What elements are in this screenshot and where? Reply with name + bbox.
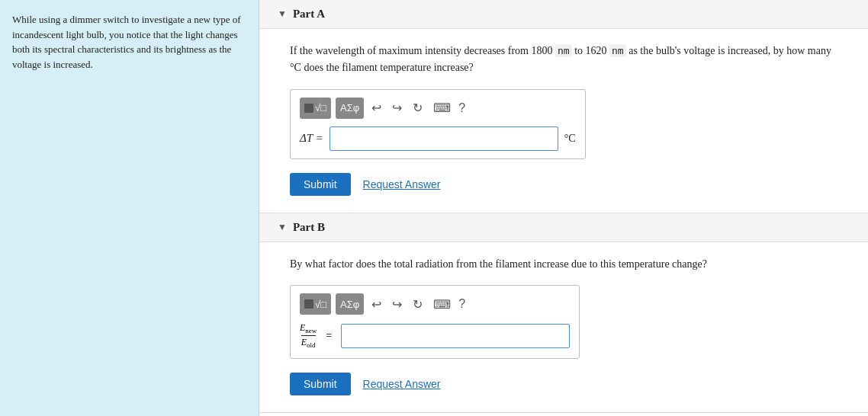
part-a-request-answer-btn[interactable]: Request Answer bbox=[363, 178, 441, 190]
part-b-fraction-btn[interactable]: √□ bbox=[300, 293, 331, 315]
part-a-header[interactable]: ▼ Part A bbox=[259, 0, 868, 29]
part-b-equals: = bbox=[326, 330, 332, 342]
fraction-denominator: Eold bbox=[301, 335, 316, 350]
part-a-greek-btn[interactable]: ΑΣφ bbox=[336, 98, 364, 119]
square-icon bbox=[304, 104, 313, 113]
square-icon-b bbox=[304, 299, 313, 309]
part-b-answer-input[interactable] bbox=[341, 324, 570, 348]
fraction-btn-label: √□ bbox=[315, 102, 326, 114]
part-a-refresh-btn[interactable]: ↻ bbox=[410, 99, 426, 117]
part-b-content: By what factor does the total radiation … bbox=[259, 242, 868, 412]
part-a-title: Part A bbox=[293, 8, 325, 21]
greek-btn-label-b: ΑΣφ bbox=[340, 299, 359, 310]
part-a-section: ▼ Part A If the wavelength of maximum in… bbox=[259, 0, 868, 213]
part-b-input-row: Enew Eold = bbox=[300, 322, 570, 350]
part-a-action-row: Submit Request Answer bbox=[290, 173, 837, 196]
part-a-help-btn[interactable]: ? bbox=[458, 101, 465, 115]
part-a-toolbar: √□ ΑΣφ ↩ ↪ ↻ ⌨ ? bbox=[300, 98, 576, 119]
part-a-undo-btn[interactable]: ↩ bbox=[368, 99, 384, 117]
part-a-question: If the wavelength of maximum intensity d… bbox=[290, 43, 837, 77]
part-b-title: Part B bbox=[293, 221, 325, 234]
fraction-numerator: Enew bbox=[300, 322, 317, 335]
part-b-toolbar: √□ ΑΣφ ↩ ↪ ↻ ⌨ ? bbox=[300, 293, 570, 315]
part-a-input-row: ΔT = °C bbox=[300, 126, 576, 151]
part-b-question: By what factor does the total radiation … bbox=[290, 256, 837, 273]
part-b-undo-btn[interactable]: ↩ bbox=[368, 296, 384, 313]
part-b-keyboard-btn[interactable]: ⌨ bbox=[430, 296, 454, 313]
part-a-answer-box: √□ ΑΣφ ↩ ↪ ↻ ⌨ ? ΔT = bbox=[290, 89, 586, 159]
part-b-refresh-btn[interactable]: ↻ bbox=[410, 296, 426, 313]
part-a-content: If the wavelength of maximum intensity d… bbox=[259, 29, 868, 213]
part-a-arrow-icon: ▼ bbox=[278, 8, 287, 20]
part-b-fraction-label: Enew Eold bbox=[300, 322, 317, 350]
part-b-section: ▼ Part B By what factor does the total r… bbox=[259, 213, 868, 413]
main-content: ▼ Part A If the wavelength of maximum in… bbox=[259, 0, 868, 416]
part-a-redo-btn[interactable]: ↪ bbox=[389, 99, 405, 117]
part-a-fraction-btn[interactable]: √□ bbox=[300, 98, 331, 119]
sidebar: While using a dimmer switch to investiga… bbox=[0, 0, 259, 416]
part-a-delta-t-label: ΔT = bbox=[300, 132, 323, 145]
part-b-arrow-icon: ▼ bbox=[278, 222, 287, 233]
unit-nm-2: nm bbox=[609, 44, 626, 57]
part-b-submit-btn[interactable]: Submit bbox=[290, 373, 351, 395]
part-b-help-btn[interactable]: ? bbox=[458, 297, 465, 311]
fraction-btn-label-b: √□ bbox=[315, 299, 326, 310]
part-a-submit-btn[interactable]: Submit bbox=[290, 173, 351, 196]
part-b-header[interactable]: ▼ Part B bbox=[259, 213, 868, 242]
part-b-redo-btn[interactable]: ↪ bbox=[389, 296, 405, 313]
part-b-action-row: Submit Request Answer bbox=[290, 373, 837, 395]
part-a-keyboard-btn[interactable]: ⌨ bbox=[430, 99, 454, 117]
part-a-unit-label: °C bbox=[564, 133, 576, 145]
part-b-answer-box: √□ ΑΣφ ↩ ↪ ↻ ⌨ ? Enew Eold bbox=[290, 285, 580, 358]
part-b-request-answer-btn[interactable]: Request Answer bbox=[363, 378, 441, 390]
greek-btn-label: ΑΣφ bbox=[340, 102, 359, 114]
part-b-greek-btn[interactable]: ΑΣφ bbox=[336, 293, 364, 315]
part-a-answer-input[interactable] bbox=[330, 126, 558, 151]
unit-nm-1: nm bbox=[555, 44, 572, 57]
sidebar-text: While using a dimmer switch to investiga… bbox=[12, 12, 246, 72]
